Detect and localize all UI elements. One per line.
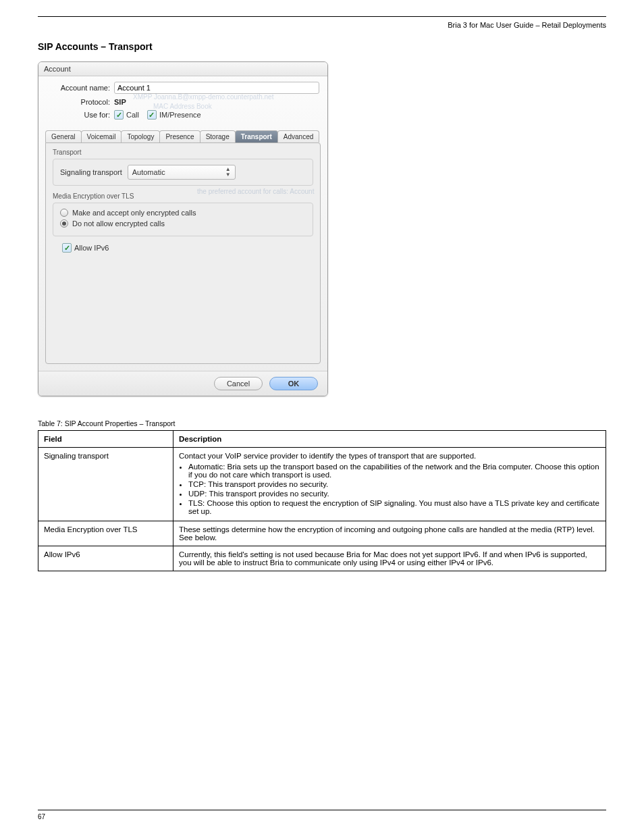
group-transport-label: Transport — [53, 149, 313, 156]
table-row: Signaling transport Contact your VoIP se… — [38, 448, 606, 521]
tab-bar: General Voicemail Topology Presence Stor… — [45, 130, 321, 142]
allow-ipv6-label: Allow IPv6 — [74, 244, 109, 252]
protocol-value: SIP — [114, 98, 126, 106]
th-field: Field — [38, 431, 173, 448]
page-number: 67 — [38, 813, 45, 820]
table-row: Media Encryption over TLS These settings… — [38, 521, 606, 546]
radio-encrypted-only-label: Make and accept only encrypted calls — [72, 209, 196, 217]
table-caption: Table 7: SIP Account Properties – Transp… — [38, 419, 606, 427]
table-row: Allow IPv6 Currently, this field's setti… — [38, 546, 606, 571]
signaling-transport-select[interactable]: Automatic ▲▼ — [128, 165, 236, 180]
cancel-button[interactable]: Cancel — [214, 377, 263, 390]
tab-general[interactable]: General — [45, 130, 82, 142]
use-for-im-label: IM/Presence — [159, 111, 201, 119]
use-for-call-label: Call — [126, 111, 139, 119]
account-name-input[interactable] — [114, 82, 319, 94]
cell-field: Allow IPv6 — [38, 546, 173, 571]
signaling-transport-label: Signaling transport — [60, 168, 122, 176]
use-for-label: Use for: — [47, 111, 110, 119]
cell-desc: These settings determine how the encrypt… — [173, 521, 606, 546]
tab-advanced[interactable]: Advanced — [277, 130, 319, 142]
window-title: Account — [38, 62, 327, 76]
section-title: SIP Accounts – Transport — [38, 41, 606, 52]
th-desc: Description — [173, 431, 606, 448]
tab-presence[interactable]: Presence — [159, 130, 200, 142]
cell-desc: Currently, this field's setting is not u… — [173, 546, 606, 571]
cell-field: Signaling transport — [38, 448, 173, 521]
protocol-label: Protocol: — [47, 98, 110, 106]
allow-ipv6-checkbox[interactable] — [62, 243, 72, 253]
screenshot-account-transport: XMPP Joanna.B@xmpp-demo.counterpath.net … — [38, 61, 328, 396]
chevron-updown-icon: ▲▼ — [225, 167, 231, 178]
use-for-im-checkbox[interactable] — [147, 110, 157, 120]
ok-button[interactable]: OK — [269, 377, 318, 390]
account-name-label: Account name: — [47, 84, 110, 92]
tab-voicemail[interactable]: Voicemail — [81, 130, 122, 142]
radio-encrypted-only[interactable] — [60, 209, 68, 217]
tab-topology[interactable]: Topology — [121, 130, 160, 142]
tab-pane-transport: Transport Signaling transport Automatic … — [45, 142, 321, 364]
radio-no-encrypted[interactable] — [60, 219, 68, 228]
page-header-right: Bria 3 for Mac User Guide – Retail Deplo… — [38, 21, 606, 29]
group-media-label: Media Encryption over TLS — [53, 192, 313, 200]
tab-storage[interactable]: Storage — [200, 130, 236, 142]
properties-table: Field Description Signaling transport Co… — [38, 430, 606, 571]
radio-no-encrypted-label: Do not allow encrypted calls — [72, 219, 165, 228]
page-footer: 67 — [38, 810, 606, 820]
use-for-call-checkbox[interactable] — [114, 110, 124, 120]
signaling-transport-value: Automatic — [132, 168, 165, 176]
cell-desc: Contact your VoIP service provider to id… — [173, 448, 606, 521]
cell-field: Media Encryption over TLS — [38, 521, 173, 546]
tab-transport[interactable]: Transport — [235, 130, 278, 142]
